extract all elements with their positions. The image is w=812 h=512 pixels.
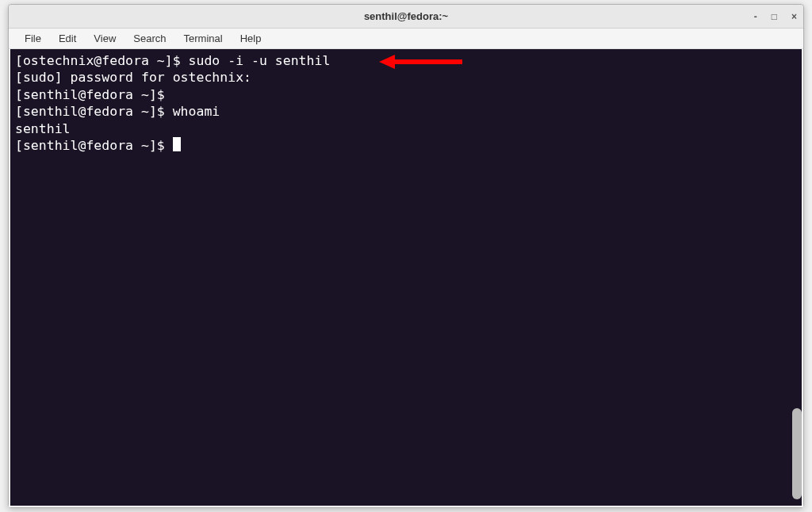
- menu-view[interactable]: View: [86, 30, 124, 47]
- terminal-window: senthil@fedora:~ - □ × File Edit View Se…: [8, 4, 804, 508]
- menu-search[interactable]: Search: [125, 30, 174, 47]
- close-button[interactable]: ×: [791, 12, 797, 21]
- window-controls: - □ ×: [754, 12, 797, 21]
- menu-terminal[interactable]: Terminal: [176, 30, 231, 47]
- menu-edit[interactable]: Edit: [51, 30, 84, 47]
- terminal-wrapper: [ostechnix@fedora ~]$ sudo -i -u senthil…: [9, 49, 803, 507]
- titlebar[interactable]: senthil@fedora:~ - □ ×: [9, 5, 803, 29]
- menu-help[interactable]: Help: [232, 30, 270, 47]
- minimize-button[interactable]: -: [754, 12, 757, 21]
- terminal-line: [ostechnix@fedora ~]$ sudo -i -u senthil: [15, 52, 797, 69]
- terminal-line: [senthil@fedora ~]$: [15, 86, 797, 103]
- terminal-content[interactable]: [ostechnix@fedora ~]$ sudo -i -u senthil…: [10, 49, 802, 506]
- scrollbar-track[interactable]: [792, 128, 802, 499]
- menubar: File Edit View Search Terminal Help: [9, 29, 803, 49]
- terminal-line: [sudo] password for ostechnix:: [15, 69, 797, 86]
- terminal-line: [senthil@fedora ~]$ whoami: [15, 103, 797, 120]
- terminal-line: senthil: [15, 120, 797, 137]
- window-title: senthil@fedora:~: [364, 10, 448, 22]
- terminal-prompt: [senthil@fedora ~]$: [15, 138, 173, 153]
- maximize-button[interactable]: □: [772, 12, 777, 21]
- cursor-icon: [173, 137, 181, 151]
- menu-file[interactable]: File: [17, 30, 49, 47]
- scrollbar-thumb[interactable]: [792, 408, 802, 499]
- terminal-prompt-line: [senthil@fedora ~]$: [15, 137, 797, 154]
